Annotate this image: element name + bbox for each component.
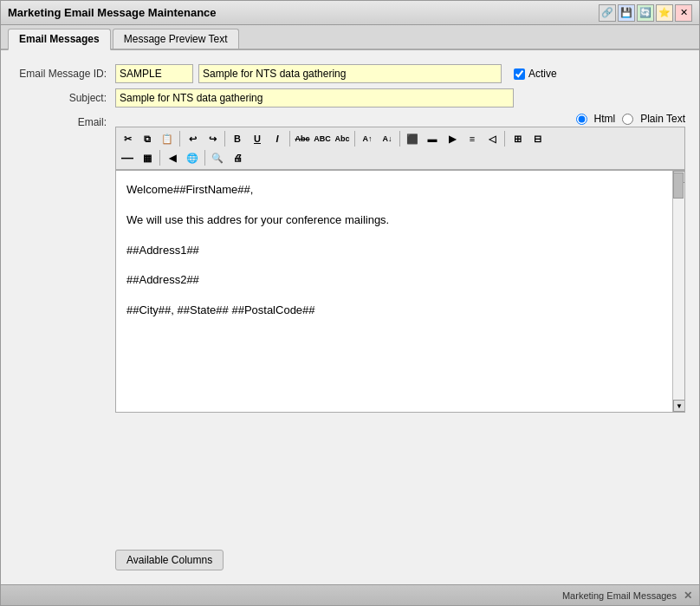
plain-text-label: Plain Text — [640, 113, 685, 125]
html-radio[interactable] — [576, 114, 587, 125]
find-button[interactable]: 🔍 — [208, 149, 227, 166]
email-message-id-row: Email Message ID: Active — [15, 64, 685, 83]
underline-button[interactable]: U — [248, 130, 267, 147]
email-message-id-input[interactable] — [115, 64, 193, 83]
editor-line-3: ##Address1## — [126, 242, 664, 260]
bottom-bar-text: Marketing Email Messages — [562, 590, 677, 601]
refresh-icon[interactable]: 🔄 — [637, 4, 654, 22]
save-icon[interactable]: 💾 — [618, 4, 635, 22]
window-title: Marketing Email Message Maintenance — [8, 6, 217, 19]
html-mode-label: Html — [594, 113, 616, 125]
editor-mode-bar: Html Plain Text — [115, 113, 685, 125]
sep-7 — [159, 150, 160, 166]
subject-label: Subject: — [15, 92, 110, 104]
table2-button[interactable]: ▦ — [138, 149, 157, 166]
editor-line-2: We will use this addres for your confere… — [126, 212, 664, 230]
form-section: Email Message ID: Active Subject: Email: — [15, 64, 685, 570]
available-columns-section: Available Columns — [15, 550, 224, 570]
active-checkbox-group: Active — [514, 68, 557, 80]
editor-container: Html Plain Text ✂ ⧉ 📋 ↩ ↪ — [115, 113, 685, 413]
cut-button[interactable]: ✂ — [118, 130, 137, 147]
back-button[interactable]: ◀ — [163, 149, 182, 166]
sep-1 — [179, 131, 180, 147]
toolbar: ✂ ⧉ 📋 ↩ ↪ B U I Abc ABC — [115, 127, 685, 170]
scrollbar-thumb[interactable] — [673, 173, 684, 199]
toolbar-row-2: — ▦ ◀ 🌐 🔍 🖨 — [118, 148, 683, 167]
strikethrough-button[interactable]: Abc — [293, 130, 312, 147]
align-center-button[interactable]: ▬ — [423, 130, 442, 147]
main-content: Email Message ID: Active Subject: Email: — [1, 50, 699, 584]
sep-8 — [204, 150, 205, 166]
email-message-desc-input[interactable] — [198, 64, 502, 83]
sep-3 — [289, 131, 290, 147]
editor-area[interactable]: Welcome##FirstName##, We will use this a… — [116, 171, 684, 342]
image-button[interactable]: 🌐 — [183, 149, 202, 166]
active-checkbox[interactable] — [514, 68, 525, 80]
email-row: Email: Html Plain Text — [15, 113, 685, 541]
editor-line-5: ##City##, ##State## ##PostalCode## — [126, 302, 664, 320]
subject-row: Subject: — [15, 88, 685, 108]
link-icon[interactable]: 🔗 — [599, 4, 616, 22]
sep-4 — [354, 131, 355, 147]
editor-wrapper: Welcome##FirstName##, We will use this a… — [115, 170, 685, 413]
align-left-button[interactable]: ⬛ — [403, 130, 422, 147]
scrollbar-down-arrow[interactable]: ▼ — [673, 400, 685, 412]
tab-email-messages[interactable]: Email Messages — [8, 29, 111, 50]
main-window: Marketing Email Message Maintenance 🔗 💾 … — [0, 0, 700, 606]
copy-button[interactable]: ⧉ — [138, 130, 157, 147]
email-label: Email: — [15, 113, 110, 128]
italic-button[interactable]: I — [268, 130, 287, 147]
align-right-button[interactable]: ▶ — [443, 130, 462, 147]
editor-mode-group: Html Plain Text — [576, 113, 685, 125]
available-columns-button[interactable]: Available Columns — [115, 550, 224, 570]
editor-line-4: ##Address2## — [126, 271, 664, 290]
lowercase-button[interactable]: Abc — [333, 130, 352, 147]
print-button[interactable]: 🖨 — [228, 149, 247, 166]
sep-6 — [504, 131, 505, 147]
subscript-button[interactable]: A↓ — [378, 130, 397, 147]
title-bar: Marketing Email Message Maintenance 🔗 💾 … — [1, 1, 699, 25]
email-message-id-label: Email Message ID: — [15, 68, 110, 80]
toolbar-row-1: ✂ ⧉ 📋 ↩ ↪ B U I Abc ABC — [118, 129, 683, 148]
hr-button[interactable]: — — [118, 149, 137, 166]
table-props-button[interactable]: ⊟ — [528, 130, 547, 147]
sep-5 — [399, 131, 400, 147]
insert-table-button[interactable]: ⊞ — [508, 130, 527, 147]
tab-message-preview-text[interactable]: Message Preview Text — [113, 29, 239, 49]
plain-text-radio[interactable] — [622, 114, 633, 125]
redo-button[interactable]: ↪ — [203, 130, 222, 147]
bottom-bar-close[interactable]: ✕ — [684, 590, 692, 602]
superscript-button[interactable]: A↑ — [358, 130, 377, 147]
paste-button[interactable]: 📋 — [158, 130, 177, 147]
undo-button[interactable]: ↩ — [183, 130, 202, 147]
close-icon[interactable]: ✕ — [675, 4, 692, 22]
outdent-button[interactable]: ◁ — [483, 130, 502, 147]
title-bar-icons: 🔗 💾 🔄 ⭐ ✕ — [599, 4, 692, 22]
bottom-bar: Marketing Email Messages ✕ — [1, 584, 699, 605]
sep-2 — [224, 131, 225, 147]
uppercase-button[interactable]: ABC — [313, 130, 332, 147]
justify-button[interactable]: ≡ — [463, 130, 482, 147]
star-icon[interactable]: ⭐ — [656, 4, 673, 22]
subject-input[interactable] — [115, 88, 514, 108]
tabs-bar: Email Messages Message Preview Text — [1, 25, 699, 50]
editor-scrollbar[interactable]: ▲ ▼ — [672, 171, 684, 412]
bold-button[interactable]: B — [228, 130, 247, 147]
editor-line-1: Welcome##FirstName##, — [126, 181, 664, 199]
active-label: Active — [528, 68, 557, 80]
